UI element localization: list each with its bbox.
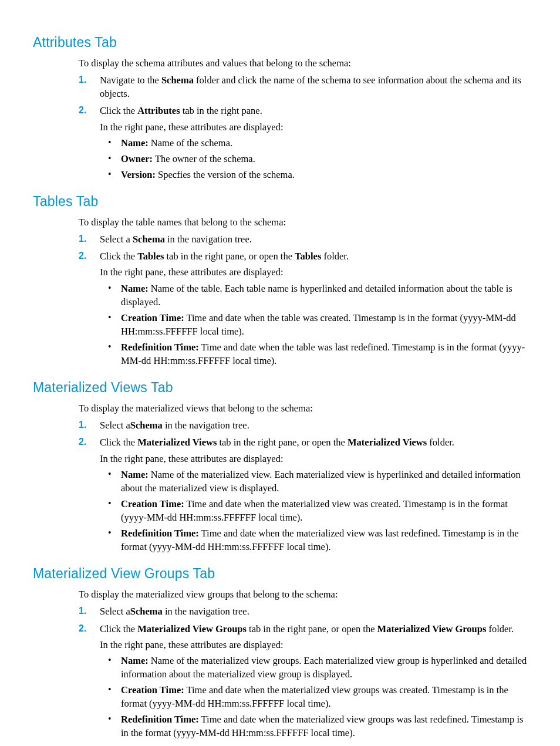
step-text: Navigate to the Schema folder and click … [100, 75, 521, 99]
bullet-item: Creation Time: Time and date when the ma… [121, 497, 527, 524]
section-intro: To display the schema attributes and val… [79, 56, 527, 70]
step-list: 1.Select aSchema in the navigation tree.… [79, 605, 527, 740]
bullet-item: Creation Time: Time and date when the ta… [121, 311, 527, 338]
page-body: Attributes TabTo display the schema attr… [33, 33, 527, 740]
step-number: 2. [79, 249, 86, 262]
bullet-item: Redefinition Time: Time and date when th… [121, 526, 527, 553]
step-text: Click the Materialized Views tab in the … [100, 437, 454, 448]
section-intro: To display the table names that belong t… [79, 215, 527, 229]
bullet-item: Owner: The owner of the schema. [121, 152, 527, 166]
section-heading: Materialized View Groups Tab [33, 564, 527, 583]
bullet-item: Name: Name of the materialized view grou… [121, 654, 527, 681]
step-item: 1.Navigate to the Schema folder and clic… [79, 73, 527, 100]
step-subtext: In the right pane, these attributes are … [100, 452, 527, 465]
bullet-item: Version: Specfies the version of the sch… [121, 168, 527, 181]
section-intro: To display the materialized view groups … [79, 588, 527, 601]
step-item: 2.Click the Tables tab in the right pane… [79, 249, 527, 367]
section-heading: Attributes Tab [33, 33, 527, 52]
step-item: 2.Click the Materialized View Groups tab… [79, 622, 527, 740]
step-item: 2.Click the Materialized Views tab in th… [79, 436, 527, 553]
step-item: 1.Select a Schema in the navigation tree… [79, 232, 527, 246]
bullet-item: Creation Time: Time and date when the ma… [121, 683, 527, 710]
section-intro: To display the materialized views that b… [79, 401, 527, 415]
bullet-item: Name: Name of the table. Each table name… [121, 282, 527, 309]
step-text: Click the Materialized View Groups tab i… [100, 623, 514, 634]
step-item: 2.Click the Attributes tab in the right … [79, 104, 527, 181]
bullet-item: Name: Name of the schema. [121, 136, 527, 150]
bullet-item: Redefinition Time: Time and date when th… [121, 340, 527, 367]
step-number: 2. [79, 622, 86, 635]
bullet-item: Name: Name of the materialized view. Eac… [121, 468, 527, 495]
bullet-list: Name: Name of the materialized view grou… [100, 654, 527, 740]
step-list: 1.Select a Schema in the navigation tree… [79, 232, 527, 367]
bullet-list: Name: Name of the schema.Owner: The owne… [100, 136, 527, 181]
step-number: 2. [79, 436, 86, 448]
step-number: 1. [79, 73, 86, 86]
bullet-item: Redefinition Time: Time and date when th… [121, 713, 527, 740]
section-heading: Tables Tab [33, 192, 527, 211]
step-number: 1. [79, 418, 86, 431]
step-text: Select a Schema in the navigation tree. [100, 234, 252, 245]
step-list: 1.Select aSchema in the navigation tree.… [79, 418, 527, 553]
step-list: 1.Navigate to the Schema folder and clic… [79, 73, 527, 181]
step-number: 1. [79, 232, 86, 245]
step-text: Select aSchema in the navigation tree. [100, 606, 249, 617]
step-item: 1.Select aSchema in the navigation tree. [79, 605, 527, 618]
step-text: Click the Attributes tab in the right pa… [100, 105, 262, 116]
step-text: Click the Tables tab in the right pane, … [100, 251, 349, 262]
step-subtext: In the right pane, these attributes are … [100, 120, 527, 134]
step-subtext: In the right pane, these attributes are … [100, 265, 527, 279]
bullet-list: Name: Name of the table. Each table name… [100, 282, 527, 368]
step-item: 1.Select aSchema in the navigation tree. [79, 418, 527, 432]
bullet-list: Name: Name of the materialized view. Eac… [100, 468, 527, 554]
section-heading: Materialized Views Tab [33, 378, 527, 397]
step-number: 1. [79, 605, 86, 617]
step-number: 2. [79, 104, 86, 117]
step-subtext: In the right pane, these attributes are … [100, 638, 527, 652]
step-text: Select aSchema in the navigation tree. [100, 420, 249, 431]
